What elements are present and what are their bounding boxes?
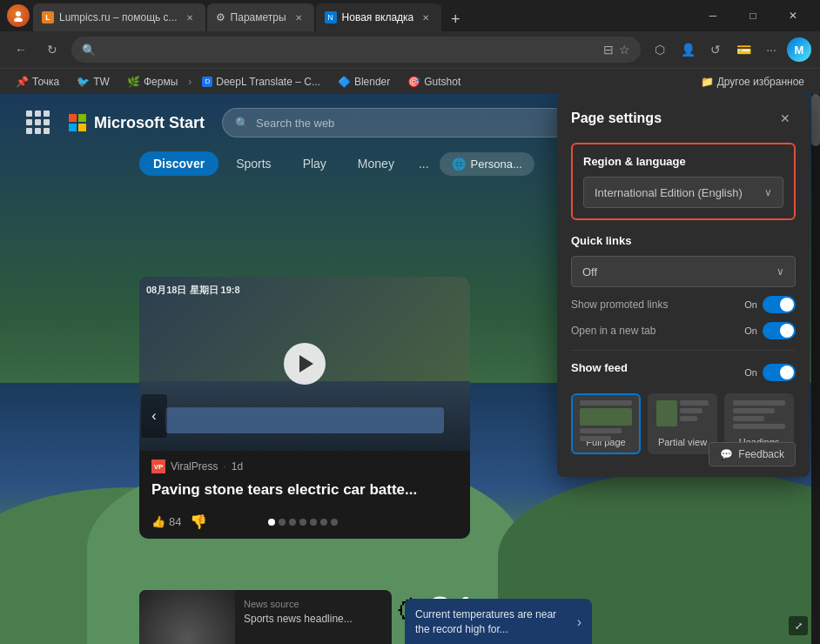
dot-5 [310, 519, 317, 526]
toggle-thumb-3 [780, 366, 794, 379]
microsoft-account-icon[interactable]: M [787, 37, 811, 62]
preview-bar-3 [580, 436, 611, 441]
feedback-button[interactable]: 💬 Feedback [709, 442, 796, 466]
show-feed-section: Show feed On [571, 361, 796, 454]
headings-bar-1 [733, 400, 785, 406]
bookmark-fermy[interactable]: 🌿 Фермы [120, 72, 185, 91]
toolbar: ← ↻ 🔍 ⊟ ☆ ⬡ 👤 ↺ 💳 ··· M [0, 31, 820, 68]
search-icon: 🔍 [82, 44, 96, 57]
dot-7 [331, 519, 338, 526]
bookmark-tw[interactable]: 🐦 TW [70, 72, 117, 91]
tab-close-newtab[interactable]: ✕ [419, 10, 433, 24]
panel-close-button[interactable]: ✕ [775, 108, 796, 129]
tab-title-lumpics: Lumpics.ru – помощь с... [59, 11, 178, 23]
region-dropdown[interactable]: International Edition (English) ∨ [583, 177, 783, 208]
toggle-thumb [780, 298, 794, 312]
grid-dot [35, 128, 41, 134]
folder-icon: 📁 [701, 76, 714, 88]
news-image: 08月18日 星期日 19:8 [139, 277, 470, 451]
minimize-button[interactable]: ─ [693, 2, 733, 30]
svg-point-0 [16, 11, 21, 17]
partial-bar-2 [680, 408, 702, 413]
tab-close-lumpics[interactable]: ✕ [183, 10, 197, 24]
ms-search-bar[interactable]: 🔍 Search the web [222, 108, 570, 138]
show-promoted-state: On [744, 299, 757, 310]
dot-3 [289, 519, 296, 526]
svg-rect-4 [69, 124, 77, 131]
partial-preview-lines [680, 400, 709, 426]
bookmark-favicon-blender: 🔷 [338, 76, 351, 88]
show-feed-label: Show feed [571, 361, 628, 374]
tab-title-settings: Параметры [231, 11, 286, 23]
browser-tab-newtab[interactable]: N Новая вкладка ✕ [316, 3, 442, 31]
show-promoted-label: Show promoted links [571, 299, 668, 311]
grid-dot [26, 119, 32, 125]
bookmark-label-tw: TW [93, 76, 110, 88]
feed-tab-play[interactable]: Play [289, 151, 340, 176]
history-icon[interactable]: ↺ [703, 37, 728, 62]
quick-links-dropdown[interactable]: Off ∨ [571, 256, 796, 287]
browser-tab-settings[interactable]: ⚙ Параметры ✕ [207, 3, 314, 31]
headings-bar-3 [733, 416, 764, 421]
grid-dot [44, 128, 50, 134]
feed-tab-personal[interactable]: 🌐 Persona... [440, 152, 534, 176]
new-tab-button[interactable]: + [443, 7, 467, 31]
apps-grid-icon[interactable] [26, 111, 50, 135]
bookmark-gutshot[interactable]: 🎯 Gutshot [400, 72, 467, 91]
address-bar[interactable]: 🔍 ⊟ ☆ [71, 37, 641, 63]
maximize-button[interactable]: □ [733, 2, 773, 30]
feed-view-partial[interactable]: Partial view [648, 393, 717, 454]
bookmark-label-tochka: Точка [32, 76, 59, 88]
feedback-icon: 💬 [720, 448, 733, 460]
second-card-source: News source [244, 599, 383, 609]
bookmark-favicon-tw: 🐦 [77, 76, 90, 88]
refresh-button[interactable]: ↻ [40, 37, 64, 62]
like-button[interactable]: 👍 84 [151, 515, 181, 528]
feed-tab-sports[interactable]: Sports [222, 151, 285, 176]
favorites-icon[interactable]: ☆ [619, 43, 630, 57]
feed-tab-discover[interactable]: Discover [139, 151, 218, 176]
section-divider [571, 350, 796, 351]
browser-tab-lumpics[interactable]: L Lumpics.ru – помощь с... ✕ [33, 3, 205, 31]
feed-tab-money[interactable]: Money [344, 151, 408, 176]
like-count: 84 [169, 515, 181, 528]
scrollbar-track [811, 94, 820, 644]
video-play-button[interactable] [284, 343, 326, 385]
region-selected: International Edition (English) [595, 186, 743, 199]
svg-rect-5 [78, 124, 86, 131]
collections-icon[interactable]: ⬡ [648, 37, 672, 62]
wallet-icon[interactable]: 💳 [731, 37, 756, 62]
profile-avatar[interactable] [7, 4, 30, 27]
car-silhouette [165, 407, 444, 433]
news-time-ago: 1d [232, 460, 243, 473]
more-tools-icon[interactable]: ··· [759, 37, 783, 62]
tab-close-settings[interactable]: ✕ [292, 10, 306, 24]
bookmark-tochka[interactable]: 📌 Точка [9, 72, 66, 91]
window-controls: ─ □ ✕ [693, 2, 813, 30]
show-feed-toggle[interactable] [763, 364, 796, 381]
second-news-card[interactable]: News source Sports news headline... [139, 590, 392, 644]
bookmark-separator-arrow: › [188, 76, 192, 88]
bookmark-blender[interactable]: 🔷 Blender [331, 72, 397, 91]
show-promoted-toggle[interactable] [763, 296, 796, 313]
weather-tooltip-card[interactable]: Current temperatures are near the record… [405, 599, 592, 644]
split-screen-icon[interactable]: ⊟ [603, 43, 614, 57]
news-prev-arrow[interactable]: ‹ [141, 394, 167, 438]
close-button[interactable]: ✕ [773, 2, 813, 30]
feed-tab-more[interactable]: ... [412, 151, 436, 176]
feed-view-full-page[interactable]: Full page [571, 393, 641, 454]
tab-title-newtab: Новая вкладка [342, 11, 414, 23]
open-new-tab-toggle[interactable] [763, 322, 796, 339]
bookmark-label-blender: Blender [354, 76, 390, 88]
expand-button[interactable]: ⤢ [789, 616, 808, 635]
other-bookmarks[interactable]: 📁 Другое избранное [694, 72, 811, 91]
browser-profile-icon[interactable]: 👤 [675, 37, 700, 62]
bookmark-deepl[interactable]: D DeepL Translate – C... [195, 72, 327, 91]
dislike-button[interactable]: 👎 [190, 513, 207, 530]
open-new-tab-row: Open in a new tab On [571, 322, 796, 339]
microsoft-start-logo[interactable]: Microsoft Start [68, 113, 205, 132]
partial-preview-img [656, 400, 677, 426]
back-button[interactable]: ← [9, 37, 33, 62]
partial-bar-3 [680, 416, 697, 421]
grid-dot [44, 119, 50, 125]
